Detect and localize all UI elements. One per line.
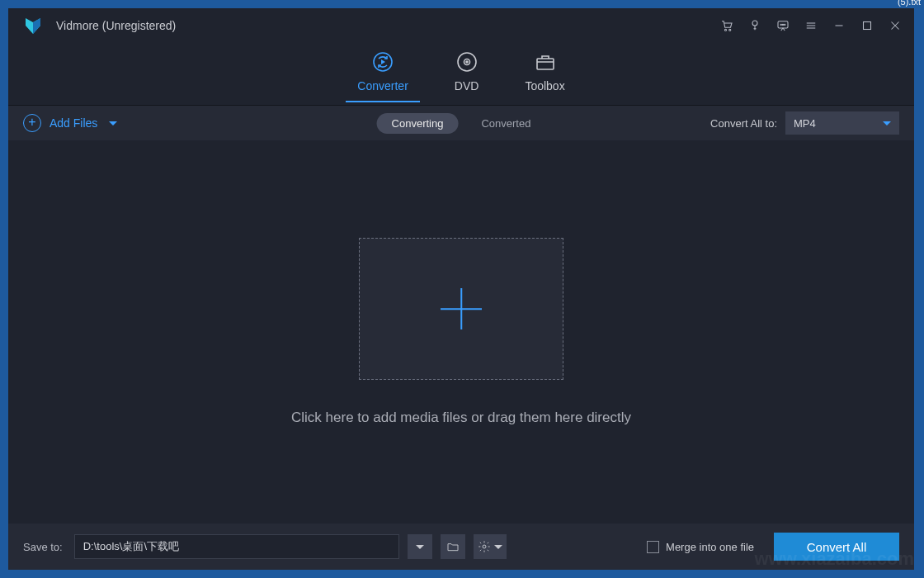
bottombar: Save to: D:\tools\桌面\下载吧 Merge into one … xyxy=(8,524,914,570)
desktop-file-tag: (5).txt xyxy=(898,0,921,7)
svg-point-1 xyxy=(729,29,731,31)
svg-rect-7 xyxy=(864,22,871,30)
convert-all-to: Convert All to: MP4 xyxy=(710,111,899,135)
tab-converter-label: Converter xyxy=(357,79,408,92)
tab-dvd-label: DVD xyxy=(455,79,479,92)
feedback-icon[interactable] xyxy=(771,13,795,38)
svg-point-0 xyxy=(724,29,726,31)
dropzone[interactable] xyxy=(359,238,563,380)
maximize-icon[interactable] xyxy=(855,13,879,38)
checkbox-icon xyxy=(647,541,659,553)
plus-icon xyxy=(441,288,482,329)
svg-rect-13 xyxy=(537,59,554,69)
svg-point-4 xyxy=(780,24,781,25)
window-title: Vidmore (Unregistered) xyxy=(56,19,714,32)
dropzone-text: Click here to add media files or drag th… xyxy=(291,410,631,426)
save-to-label: Save to: xyxy=(23,541,63,553)
cart-icon[interactable] xyxy=(714,13,739,38)
chevron-down-icon xyxy=(494,545,502,549)
app-logo-icon xyxy=(23,16,43,36)
tab-toolbox[interactable]: Toolbox xyxy=(525,51,564,97)
tab-converting[interactable]: Converting xyxy=(377,113,459,134)
chevron-down-icon xyxy=(416,545,424,549)
chevron-down-icon[interactable] xyxy=(109,121,117,126)
format-select[interactable]: MP4 xyxy=(785,111,899,135)
key-icon[interactable] xyxy=(742,13,767,38)
main-tabs: Converter DVD Toolbox xyxy=(8,43,914,106)
svg-point-5 xyxy=(782,24,783,25)
convert-all-button[interactable]: Convert All xyxy=(774,533,899,561)
svg-point-14 xyxy=(483,545,486,548)
tab-converter[interactable]: Converter xyxy=(357,51,408,97)
browse-folder-button[interactable] xyxy=(441,534,465,559)
status-tabs: Converting Converted xyxy=(377,113,546,134)
add-files-button[interactable]: + Add Files xyxy=(23,114,117,132)
subbar: + Add Files Converting Converted Convert… xyxy=(8,106,914,140)
dvd-icon xyxy=(456,51,478,73)
save-path-dropdown[interactable] xyxy=(408,534,432,559)
menu-icon[interactable] xyxy=(799,13,823,38)
app-window: Vidmore (Unregistered) Converter DVD xyxy=(8,8,914,570)
svg-point-6 xyxy=(785,24,785,25)
minimize-icon[interactable] xyxy=(827,13,851,38)
toolbox-icon xyxy=(535,51,556,73)
convert-all-to-label: Convert All to: xyxy=(710,117,777,130)
format-value: MP4 xyxy=(794,117,816,130)
svg-point-2 xyxy=(752,21,757,26)
chevron-down-icon xyxy=(883,121,891,126)
add-plus-icon: + xyxy=(23,114,41,132)
content-area: Click here to add media files or drag th… xyxy=(8,140,914,524)
titlebar-controls xyxy=(714,13,908,38)
titlebar: Vidmore (Unregistered) xyxy=(8,8,914,43)
tab-toolbox-label: Toolbox xyxy=(525,79,564,92)
converter-icon xyxy=(372,51,394,73)
merge-checkbox[interactable]: Merge into one file xyxy=(647,541,754,553)
svg-point-12 xyxy=(466,61,468,63)
add-files-label: Add Files xyxy=(50,116,97,130)
close-icon[interactable] xyxy=(883,13,908,38)
settings-button[interactable] xyxy=(474,534,507,559)
merge-label: Merge into one file xyxy=(666,541,754,553)
svg-marker-9 xyxy=(381,59,385,64)
save-path-input[interactable]: D:\tools\桌面\下载吧 xyxy=(74,534,399,559)
tab-converted[interactable]: Converted xyxy=(466,113,545,134)
tab-dvd[interactable]: DVD xyxy=(455,51,479,97)
